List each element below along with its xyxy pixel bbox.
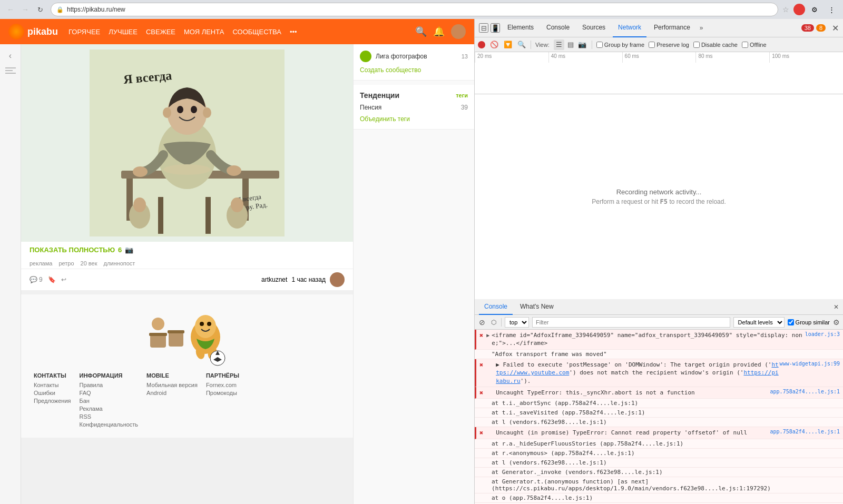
community-name[interactable]: Лига фотографов <box>376 53 457 60</box>
footer-link-contacts[interactable]: Контакты <box>34 382 71 388</box>
group-frame-label[interactable]: Group by frame <box>604 42 644 48</box>
nav-hot[interactable]: ГОРЯЧЕЕ <box>68 28 100 36</box>
tab-console[interactable]: Console <box>541 19 575 37</box>
offline-input[interactable] <box>742 42 748 48</box>
error-icon-4: ✖ <box>479 429 483 437</box>
footer-link-ban[interactable]: Бан <box>80 398 139 404</box>
clear-btn[interactable]: 🚫 <box>489 40 499 50</box>
back-button[interactable]: ← <box>4 3 17 16</box>
disable-cache-input[interactable] <box>693 42 700 48</box>
footer-link-ads[interactable]: Реклама <box>80 406 139 412</box>
ext-btn-2[interactable]: ⚙ <box>807 2 822 17</box>
expand-btn-1[interactable]: ▶ <box>486 332 489 338</box>
msg-file-3[interactable]: app.758a2f4....le.js:1 <box>770 389 840 394</box>
footer-link-promo[interactable]: Промокоды <box>206 390 239 396</box>
search-icon[interactable]: 🔍 <box>415 26 427 37</box>
cs-pikabu-link[interactable]: https://cs.pikabu.ru/apps/desktop/1.9.0/… <box>495 485 768 492</box>
group-frame-input[interactable] <box>596 42 603 48</box>
trend-name-1[interactable]: Пенсия <box>360 104 381 111</box>
search-network-btn[interactable]: 🔍 <box>517 40 526 50</box>
extension-buttons: ⚙ ⋮ <box>793 2 839 17</box>
footer-col-contacts: КОНТАКТЫ Контакты Ошибки Предложения <box>34 372 71 429</box>
devtools-mobile-btn[interactable]: 📱 <box>491 23 500 33</box>
create-community-link[interactable]: Создать сообщество <box>360 66 421 74</box>
footer-link-rules[interactable]: Правила <box>80 382 139 388</box>
devtools-close-btn[interactable]: ✕ <box>832 23 839 33</box>
nav-communities[interactable]: СООБЩЕСТВА <box>232 28 281 36</box>
user-avatar[interactable] <box>451 24 466 39</box>
notifications-icon[interactable]: 🔔 <box>433 26 445 37</box>
post-image: Я всегда Я всегда Гору. Рад. <box>90 50 285 236</box>
ext-btn-3[interactable]: ⋮ <box>824 2 839 17</box>
tag-1[interactable]: реклама <box>30 260 52 266</box>
console-clear-btn[interactable]: ⊘ <box>478 318 486 327</box>
group-similar-checkbox[interactable] <box>788 319 794 325</box>
forward-button[interactable]: → <box>19 3 32 16</box>
show-more-btn[interactable]: ПОКАЗАТЬ ПОЛНОСТЬЮ 6 📷 <box>21 242 353 258</box>
tab-network[interactable]: Network <box>613 19 646 37</box>
share-btn[interactable]: ↩ <box>61 276 66 283</box>
tag-4[interactable]: длиннопост <box>104 260 135 266</box>
tag-3[interactable]: 20 век <box>81 260 97 266</box>
msg-file-1[interactable]: loader.js:3 <box>805 331 840 337</box>
author-avatar[interactable] <box>330 272 345 287</box>
nav-more[interactable]: ••• <box>290 28 297 36</box>
view-screenshot-btn[interactable]: 📷 <box>577 39 587 50</box>
record-btn[interactable] <box>478 41 485 48</box>
warning-badge[interactable]: 8 <box>816 24 826 32</box>
preserve-log-console-btn[interactable]: ⬡ <box>489 318 498 327</box>
view-grid-btn[interactable]: ☰ <box>554 39 564 50</box>
devtools-dock-btn[interactable]: ⊟ <box>479 23 488 33</box>
console-tab-whats-new[interactable]: What's New <box>515 299 559 315</box>
tab-sources[interactable]: Sources <box>577 19 611 37</box>
console-tab-console[interactable]: Console <box>479 299 513 315</box>
msg-4-sub-2: at r.<anonymous> (app.758a2f4....le.js:1… <box>475 449 843 458</box>
footer-link-bugs[interactable]: Ошибки <box>34 390 71 396</box>
unite-tags-link[interactable]: Объединить теги <box>360 115 468 123</box>
more-tabs-btn[interactable]: » <box>700 24 703 32</box>
footer-link-faq[interactable]: FAQ <box>80 390 139 396</box>
view-buttons: ☰ ▤ 📷 <box>554 39 587 50</box>
ext-btn-1[interactable] <box>793 4 805 15</box>
footer-col-2-title: ИНФОРМАЦИЯ <box>80 372 139 379</box>
footer-link-mobile[interactable]: Мобильная версия <box>146 382 198 388</box>
youtube-link[interactable]: https://www.youtube.com <box>496 361 778 376</box>
comments-btn[interactable]: 💬 9 <box>30 276 43 283</box>
footer-link-rss[interactable]: RSS <box>80 413 139 420</box>
collapse-btn[interactable]: ‹ <box>3 48 18 63</box>
nav-my-feed[interactable]: МОЯ ЛЕНТА <box>184 28 224 36</box>
bookmark-icon[interactable]: ☆ <box>782 5 789 14</box>
group-similar-label[interactable]: Group similar <box>796 319 830 325</box>
msg-file-4[interactable]: app.758a2f4....le.js:1 <box>770 429 840 434</box>
tab-elements[interactable]: Elements <box>502 19 539 37</box>
console-filter-input[interactable] <box>532 317 730 328</box>
address-bar[interactable]: 🔒 https://pikabu.ru/new <box>51 3 778 16</box>
nav-best[interactable]: ЛУЧШЕЕ <box>109 28 138 36</box>
footer-link-privacy[interactable]: Конфиденциальность <box>80 421 139 428</box>
author-name[interactable]: artkuznet <box>261 276 287 283</box>
console-context-select[interactable]: top <box>505 317 529 328</box>
tab-performance[interactable]: Performance <box>649 19 695 37</box>
network-filter-btn[interactable]: 🔽 <box>503 40 513 50</box>
preserve-log-input[interactable] <box>649 42 655 48</box>
close-console-icon[interactable]: ✕ <box>834 303 839 311</box>
console-settings-icon[interactable]: ⚙ <box>833 318 840 327</box>
view-list-btn[interactable]: ▤ <box>565 39 576 50</box>
post-footer: 💬 9 🔖 ↩ artkuznet 1 ч <box>21 269 353 290</box>
tag-2[interactable]: ретро <box>58 260 74 266</box>
nav-hint-icon <box>5 67 16 74</box>
disable-cache-label[interactable]: Disable cache <box>701 42 738 48</box>
offline-label[interactable]: Offline <box>750 42 767 48</box>
msg-file-2[interactable]: www-widgetapi.js:99 <box>780 361 840 367</box>
save-btn[interactable]: 🔖 <box>48 276 56 283</box>
trends-tags-label[interactable]: теги <box>456 92 468 98</box>
error-badge[interactable]: 38 <box>801 24 814 32</box>
footer-link-android[interactable]: Android <box>146 390 198 396</box>
footer-link-suggest[interactable]: Предложения <box>34 398 71 404</box>
footer-link-fornex[interactable]: Fornex.com <box>206 382 239 388</box>
refresh-button[interactable]: ↻ <box>34 3 46 16</box>
console-levels-select[interactable]: Default levels <box>733 317 785 328</box>
nav-fresh[interactable]: СВЕЖЕЕ <box>146 28 175 36</box>
preserve-log-label[interactable]: Preserve log <box>656 42 689 48</box>
pikabu-logo[interactable]: pikabu <box>8 24 58 39</box>
